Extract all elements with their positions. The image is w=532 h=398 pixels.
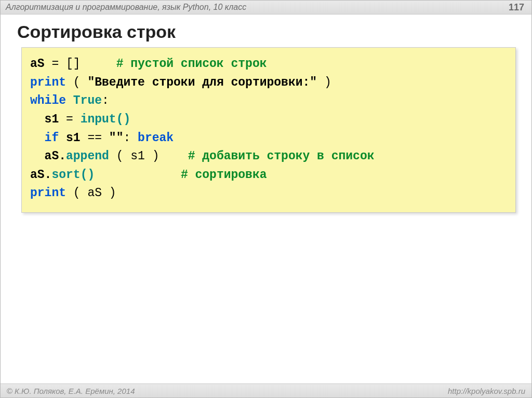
code-line-3: while True:	[30, 92, 507, 111]
copyright-icon: ©	[7, 387, 12, 395]
slide: Алгоритмизация и программирование, язык …	[0, 0, 532, 398]
footer-bar: ©К.Ю. Поляков, Е.А. Ерёмин, 2014 http://…	[1, 383, 531, 397]
header-bar: Алгоритмизация и программирование, язык …	[1, 1, 531, 15]
code-line-7: aS.sort() # сортировка	[30, 166, 507, 185]
code-line-8: print ( aS )	[30, 184, 507, 203]
footer-copyright: ©К.Ю. Поляков, Е.А. Ерёмин, 2014	[7, 387, 135, 395]
code-line-6: aS.append ( s1 ) # добавить строку в спи…	[30, 147, 507, 166]
page-number: 117	[509, 2, 526, 13]
slide-title: Сортировка строк	[1, 15, 531, 47]
code-line-5: if s1 == "": break	[30, 129, 507, 148]
header-title: Алгоритмизация и программирование, язык …	[6, 3, 246, 12]
code-block: aS = [] # пустой список строк print ( "В…	[21, 47, 516, 213]
code-line-1: aS = [] # пустой список строк	[30, 55, 507, 74]
code-line-2: print ( "Введите строки для сортировки:"…	[30, 74, 507, 92]
code-line-4: s1 = input()	[30, 111, 507, 129]
footer-url: http://kpolyakov.spb.ru	[448, 387, 525, 395]
